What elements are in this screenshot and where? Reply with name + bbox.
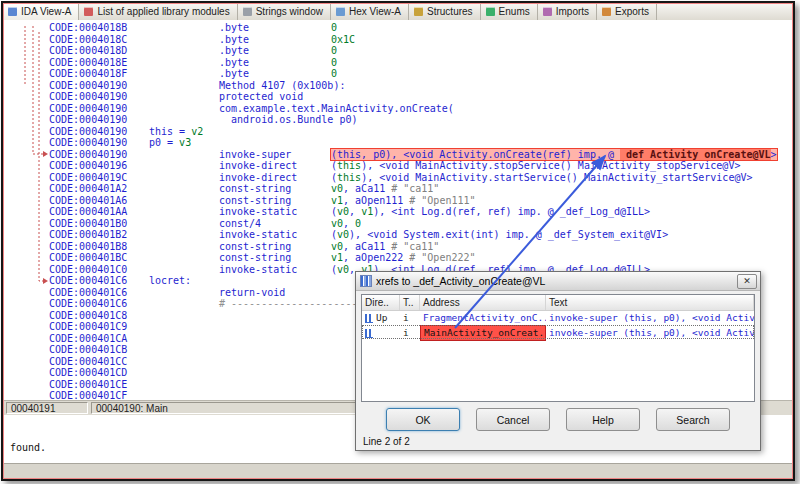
xref-direction-cell xyxy=(362,326,400,340)
code-line[interactable]: CODE:00040190protected void xyxy=(49,91,793,103)
code-line[interactable]: CODE:00040190Method 4107 (0x100b): xyxy=(49,80,793,92)
address: CODE:000401C9 xyxy=(49,321,149,333)
search-button[interactable]: Search xyxy=(656,408,730,431)
code-line[interactable]: CODE:00040196invoke-direct(this), <void … xyxy=(49,160,793,172)
imports-icon xyxy=(543,7,552,16)
address: CODE:0004018E xyxy=(49,57,149,69)
address: CODE:0004018C xyxy=(49,34,149,46)
mnemonic: invoke-direct xyxy=(219,160,331,172)
code-line[interactable]: CODE:0004018F.byte0 xyxy=(49,68,793,80)
code-line[interactable]: CODE:00040190invoke-super(this, p0), <vo… xyxy=(49,149,793,161)
address: CODE:000401CE xyxy=(49,379,149,391)
enums-icon xyxy=(486,7,495,16)
label-column: this = v2 xyxy=(149,126,219,138)
mnemonic: invoke-direct xyxy=(219,172,331,184)
flow-arrows-gutter xyxy=(3,20,49,400)
mnemonic: .byte xyxy=(219,57,331,69)
mnemonic: invoke-static xyxy=(219,206,331,218)
code-line[interactable]: CODE:00040190com.example.text.MainActivi… xyxy=(49,103,793,115)
xref-row[interactable]: UpiFragmentActivity_onC...invoke-super (… xyxy=(362,311,754,325)
library-modules-icon xyxy=(84,7,93,16)
xref-type-cell: i xyxy=(400,326,420,340)
hex-view-icon xyxy=(336,7,345,16)
code-line[interactable]: CODE:000401BCconst-stringv1, aOpen222 # … xyxy=(49,252,793,264)
address: CODE:000401B8 xyxy=(49,241,149,253)
column-header-address[interactable]: Address xyxy=(420,295,546,310)
code-line[interactable]: CODE:000401A6const-stringv1, aOpen111 # … xyxy=(49,195,793,207)
xref-text-cell: invoke-super (this, p0), <void Activity.… xyxy=(546,326,754,340)
code-line[interactable]: CODE:00040190p0 = v3 xyxy=(49,137,793,149)
address: CODE:00040190 xyxy=(49,80,149,92)
code-line[interactable]: CODE:000401AAinvoke-static(v0, v1), <int… xyxy=(49,206,793,218)
code-line[interactable]: CODE:0004018E.byte0 xyxy=(49,57,793,69)
structures-icon xyxy=(414,7,423,16)
code-line[interactable]: CODE:0004018D.byte0 xyxy=(49,45,793,57)
code-line[interactable]: CODE:000401A2const-stringv0, aCa11 # "ca… xyxy=(49,183,793,195)
operands: (this), <void MainActivity.stopService()… xyxy=(331,160,740,171)
strings-icon xyxy=(243,7,252,16)
column-header-type[interactable]: T.. xyxy=(400,295,420,310)
tab-label: IDA View-A xyxy=(21,6,71,17)
code-line[interactable]: CODE:00040190this = v2 xyxy=(49,126,793,138)
address: CODE:0004018F xyxy=(49,68,149,80)
tab-bar: IDA View-AList of applied library module… xyxy=(3,3,793,21)
operands: 0 xyxy=(331,22,337,33)
xref-icon xyxy=(365,329,373,338)
operands: v0, aCa11 # "ca11" xyxy=(331,241,439,252)
address: CODE:000401CF xyxy=(49,390,149,400)
xrefs-dialog-icon xyxy=(360,275,372,287)
label-column: locret: xyxy=(149,275,219,287)
tab-label: Imports xyxy=(556,6,589,17)
code-line[interactable]: CODE:0004018B.byte0 xyxy=(49,22,793,34)
tab-enums[interactable]: Enums xyxy=(481,3,538,20)
code-line[interactable]: CODE:000401B0const/4v0, 0 xyxy=(49,218,793,230)
code-line[interactable]: CODE:0004019Cinvoke-direct(this), <void … xyxy=(49,172,793,184)
ok-button[interactable]: OK xyxy=(386,408,460,431)
operands: 0 xyxy=(331,68,337,79)
operands: v1, aOpen222 # "Open222" xyxy=(331,252,476,263)
code-line[interactable]: CODE:00040190 android.os.Bundle p0) xyxy=(49,114,793,126)
address: CODE:000401C6 xyxy=(49,287,149,299)
address: CODE:00040190 xyxy=(49,137,149,149)
operands: 0x1C xyxy=(331,34,355,45)
mnemonic: protected void xyxy=(219,91,331,103)
ida-view-icon xyxy=(8,7,17,16)
operands: v0, aCa11 # "ca11" xyxy=(331,183,439,194)
tab-strings-window[interactable]: Strings window xyxy=(238,3,331,20)
dialog-title-bar[interactable]: xrefs to _def_Activity_onCreate@VL ✕ xyxy=(356,272,760,291)
dialog-title: xrefs to _def_Activity_onCreate@VL xyxy=(376,275,545,287)
column-header-text[interactable]: Text xyxy=(546,295,754,310)
tab-ida-view-a[interactable]: IDA View-A xyxy=(3,3,79,20)
close-icon[interactable]: ✕ xyxy=(737,274,757,289)
tab-structures[interactable]: Structures xyxy=(409,3,481,20)
address: CODE:000401BC xyxy=(49,252,149,264)
operands: (v0), <void System.exit(int) imp. @ _def… xyxy=(331,229,668,240)
mnemonic: Method 4107 (0x100b): xyxy=(219,80,345,92)
xref-row[interactable]: iMainActivity_onCreat...invoke-super (th… xyxy=(362,325,754,339)
tab-hex-view-a[interactable]: Hex View-A xyxy=(331,3,409,20)
address: CODE:00040190 xyxy=(49,114,149,126)
xrefs-dialog[interactable]: xrefs to _def_Activity_onCreate@VL ✕ Dir… xyxy=(355,271,761,451)
address: CODE:0004018D xyxy=(49,45,149,57)
tab-list-of-applied-library-modules[interactable]: List of applied library modules xyxy=(79,3,237,20)
dialog-status-line: Line 2 of 2 xyxy=(363,436,410,447)
column-header-direction[interactable]: Dire.. xyxy=(362,295,400,310)
mnemonic: invoke-static xyxy=(219,264,331,276)
code-line[interactable]: CODE:0004018C.byte0x1C xyxy=(49,34,793,46)
code-line[interactable]: CODE:000401B2invoke-static(v0), <void Sy… xyxy=(49,229,793,241)
address: CODE:000401C6 xyxy=(49,275,149,287)
mnemonic: const-string xyxy=(219,252,331,264)
cancel-button[interactable]: Cancel xyxy=(476,408,550,431)
mnemonic: .byte xyxy=(219,45,331,57)
mnemonic: return-void xyxy=(219,287,331,299)
code-line[interactable]: CODE:000401B8const-stringv0, aCa11 # "ca… xyxy=(49,241,793,253)
xref-direction-cell: Up xyxy=(362,311,400,325)
address: CODE:000401A2 xyxy=(49,183,149,195)
xref-list[interactable]: Dire..T..AddressText UpiFragmentActivity… xyxy=(361,294,755,402)
mnemonic: invoke-static xyxy=(219,229,331,241)
tab-exports[interactable]: Exports xyxy=(597,3,657,20)
tab-imports[interactable]: Imports xyxy=(538,3,597,20)
xref-icon xyxy=(365,314,373,323)
help-button[interactable]: Help xyxy=(566,408,640,431)
exports-icon xyxy=(602,7,611,16)
